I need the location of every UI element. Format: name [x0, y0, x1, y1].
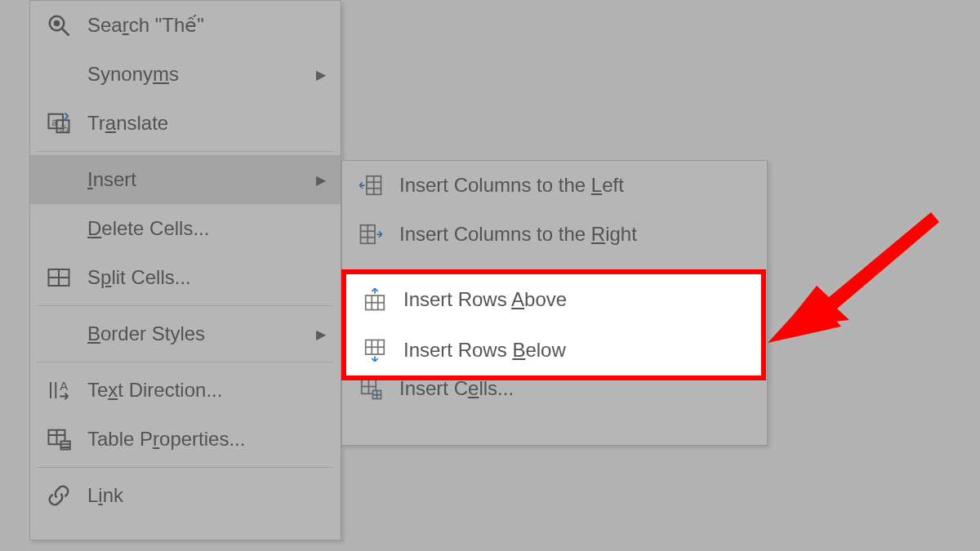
menu-label: Translate — [87, 112, 329, 135]
chevron-right-icon: ▶ — [313, 327, 329, 342]
menu-item-border-styles[interactable]: Border Styles ▶ — [30, 309, 341, 358]
separator — [349, 360, 760, 361]
separator — [37, 305, 334, 306]
annotation-arrow — [768, 212, 947, 359]
link-icon — [30, 483, 87, 508]
menu-label: Synonyms — [87, 63, 313, 86]
menu-label: Split Cells... — [87, 266, 329, 289]
insert-col-left-icon — [342, 173, 399, 198]
menu-item-synonyms[interactable]: Synonyms ▶ — [30, 50, 341, 99]
menu-item-insert[interactable]: Insert ▶ — [30, 155, 341, 204]
insert-row-above-icon — [342, 271, 399, 295]
menu-label: Insert Columns to the Left — [399, 174, 755, 197]
menu-item-delete-cells[interactable]: Delete Cells... — [30, 204, 341, 253]
submenu-item-insert-columns-right[interactable]: Insert Columns to the Right — [342, 210, 767, 259]
svg-marker-48 — [768, 294, 841, 343]
menu-label: Insert Cells... — [399, 377, 755, 400]
insert-submenu: Insert Columns to the Left Insert Column… — [341, 160, 768, 446]
menu-item-table-properties[interactable]: Table Properties... — [30, 415, 341, 464]
svg-marker-47 — [784, 212, 939, 327]
translate-icon: aあ — [30, 111, 87, 136]
chevron-right-icon: ▶ — [313, 172, 329, 188]
submenu-item-insert-cells[interactable]: Insert Cells... — [342, 364, 767, 413]
menu-label: Insert — [87, 168, 313, 191]
separator — [37, 362, 334, 362]
menu-label: Text Direction... — [87, 379, 329, 402]
svg-point-2 — [55, 21, 59, 25]
menu-label: Link — [87, 484, 329, 507]
menu-label: Table Properties... — [87, 428, 329, 451]
menu-item-search[interactable]: Search "Thế" — [30, 1, 341, 50]
menu-label: Delete Cells... — [87, 217, 329, 240]
insert-col-right-icon — [342, 222, 399, 247]
insert-row-below-icon — [342, 320, 399, 344]
menu-label: Insert Columns to the Right — [399, 223, 755, 246]
submenu-item-insert-columns-left[interactable]: Insert Columns to the Left — [342, 161, 767, 210]
menu-label: Border Styles — [87, 322, 313, 345]
submenu-item-insert-rows-below[interactable]: Insert Rows Below — [342, 308, 767, 357]
submenu-item-insert-rows-above[interactable]: Insert Rows Above — [342, 259, 767, 308]
split-cells-icon — [30, 265, 87, 290]
svg-text:A: A — [60, 379, 68, 393]
text-direction-icon: A — [30, 378, 87, 402]
svg-text:あ: あ — [60, 122, 69, 132]
insert-cells-icon — [342, 376, 399, 401]
menu-label: Search "Thế" — [87, 14, 329, 37]
menu-label: Insert Rows Below — [399, 321, 755, 344]
separator — [37, 467, 334, 468]
context-menu: Search "Thế" Synonyms ▶ aあ Translate Ins… — [29, 0, 341, 540]
svg-line-1 — [62, 29, 69, 36]
search-icon — [30, 13, 87, 38]
menu-item-text-direction[interactable]: A Text Direction... — [30, 366, 341, 415]
menu-item-translate[interactable]: aあ Translate — [30, 99, 341, 148]
menu-item-link[interactable]: Link — [30, 471, 341, 520]
table-properties-icon — [30, 427, 87, 451]
separator — [37, 151, 334, 152]
chevron-right-icon: ▶ — [313, 67, 329, 82]
menu-item-split-cells[interactable]: Split Cells... — [30, 253, 341, 302]
menu-label: Insert Rows Above — [399, 272, 755, 295]
app-stage: { "context_menu": { "items": [ { "id":"s… — [0, 0, 980, 551]
